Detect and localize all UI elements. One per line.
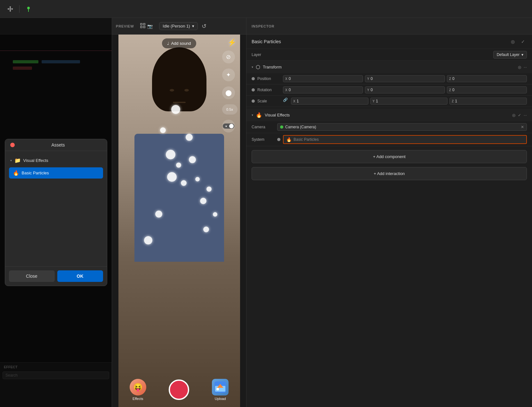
music-icon: ♩: [167, 41, 169, 46]
camera-dot-icon: [280, 125, 283, 129]
section-label: Visual Effects: [23, 158, 48, 163]
preview-bottom-controls: 😝 Effects: [118, 379, 240, 401]
system-name-value: Basic Particles: [294, 137, 319, 142]
object-check-button[interactable]: ✓: [519, 38, 527, 45]
position-row: Position X 0 Y 0 Z 0: [246, 73, 532, 84]
svg-rect-5: [143, 26, 145, 28]
visual-effects-component-header[interactable]: ▾ 🔥 Visual Effects ◎ ✓ ···: [246, 109, 532, 121]
ok-button[interactable]: OK: [57, 270, 103, 282]
modal-body: ▾ 📁 Visual Effects 🔥 Basic Particles: [5, 151, 107, 266]
camera-value-container: Camera (Camera) ✕: [277, 123, 527, 131]
rotation-y-value: 0: [371, 88, 373, 92]
node-icon[interactable]: [22, 3, 35, 15]
layer-label: Layer: [252, 52, 277, 57]
modal-close-dot[interactable]: [10, 143, 15, 147]
scale-label: Scale: [257, 99, 283, 103]
blob-control-button[interactable]: ⬤: [222, 86, 235, 99]
animation-selector-value: Idle (Person 1): [163, 24, 190, 28]
scale-y-field[interactable]: Y 1: [370, 98, 448, 105]
object-visibility-button[interactable]: ◎: [509, 38, 517, 45]
layer-chevron-icon: ▾: [521, 52, 523, 57]
svg-point-12: [216, 388, 219, 390]
section-chevron-icon: ▾: [10, 159, 12, 162]
position-z-field[interactable]: Z 0: [447, 75, 527, 82]
scale-row: Scale 🔗 X 1 Y 1 Z 1: [246, 96, 532, 107]
preview-refresh-button[interactable]: ↺: [202, 23, 206, 30]
visual-effects-chevron-icon: ▾: [252, 113, 253, 117]
camera-name-value: Camera (Camera): [285, 125, 519, 129]
assets-modal: Assets ▾ 📁 Visual Effects 🔥 Basic Partic…: [5, 139, 107, 286]
preview-top-controls: ♩ Add sound: [118, 38, 240, 48]
position-x-value: 0: [289, 76, 291, 81]
visual-effects-more-button[interactable]: ···: [524, 113, 527, 117]
toolbar-separator-1: [19, 5, 20, 13]
system-row: System 🔥 Basic Particles: [246, 133, 532, 146]
visual-effects-component-name: Visual Effects: [265, 113, 512, 117]
left-panel: EFFECT Assets ▾ 📁 Visual Effects 🔥: [0, 18, 112, 407]
rotation-row: Rotation X 0 Y 0 Z 0: [246, 84, 532, 96]
modal-footer: Close OK: [5, 266, 107, 286]
position-y-field[interactable]: Y 0: [365, 75, 445, 82]
transform-icon: ⬡: [256, 64, 260, 70]
position-x-field[interactable]: X 0: [283, 75, 363, 82]
position-dot-icon: [252, 77, 255, 80]
upload-button[interactable]: Upload: [212, 379, 229, 401]
layer-value: Default Layer: [497, 52, 520, 57]
effects-label: Effects: [133, 397, 143, 401]
rotation-inputs: X 0 Y 0 Z 0: [283, 86, 527, 93]
camera-remove-button[interactable]: ✕: [521, 125, 524, 129]
transform-component-header[interactable]: ▾ ⬡ Transform ◎ ···: [246, 61, 532, 73]
preview-camera-icon[interactable]: 📷: [147, 24, 153, 29]
visual-effects-visibility-button[interactable]: ◎: [512, 113, 515, 117]
move-tool-icon[interactable]: [4, 3, 17, 15]
particles-item-label: Basic Particles: [22, 171, 49, 175]
scale-dot-icon: [252, 100, 255, 103]
zoom-control-button[interactable]: 0.5x: [222, 104, 238, 115]
rotation-y-field[interactable]: Y 0: [365, 86, 445, 93]
wand-control-button[interactable]: ✦: [222, 68, 235, 81]
add-component-button[interactable]: + Add component: [252, 150, 527, 163]
preview-body: ♩ Add sound ⚡ ⊘ ✦ ⬤ 0.5x: [112, 35, 246, 407]
layer-dropdown[interactable]: Default Layer ▾: [493, 51, 527, 59]
position-z-axis-label: Z: [449, 77, 451, 81]
visual-effects-component-actions: ◎ ✓ ···: [512, 113, 527, 117]
inspector-object-name: Basic Particles: [252, 39, 506, 44]
visual-effects-section-header[interactable]: ▾ 📁 Visual Effects: [9, 155, 103, 166]
close-button[interactable]: Close: [9, 270, 55, 282]
scale-x-field[interactable]: X 1: [291, 98, 368, 105]
toggle-control-button[interactable]: ▾: [222, 120, 235, 132]
rotation-z-field[interactable]: Z 0: [447, 86, 527, 93]
top-toolbar: [0, 0, 532, 18]
camera-field[interactable]: Camera (Camera) ✕: [277, 123, 527, 131]
camera-label: Camera: [252, 125, 277, 129]
layer-value-container: Default Layer ▾: [277, 51, 527, 59]
preview-right-controls: ⊘ ✦ ⬤ 0.5x ▾: [222, 51, 238, 132]
transform-visibility-button[interactable]: ◎: [518, 65, 521, 69]
scale-z-field[interactable]: Z 1: [449, 98, 527, 105]
selector-chevron-icon: ▾: [192, 24, 194, 28]
visual-effects-check-button[interactable]: ✓: [518, 113, 521, 117]
basic-particles-item[interactable]: 🔥 Basic Particles: [9, 167, 103, 179]
preview-expand-icon[interactable]: [140, 23, 145, 29]
add-sound-button[interactable]: ♩ Add sound: [162, 38, 196, 48]
scale-z-axis-label: Z: [452, 100, 454, 103]
svg-rect-3: [143, 23, 145, 25]
modal-title: Assets: [15, 142, 102, 148]
system-value-container: 🔥 Basic Particles: [277, 135, 527, 144]
system-label: System: [252, 137, 277, 142]
rotation-y-axis-label: Y: [367, 88, 369, 92]
scale-y-value: 1: [376, 99, 378, 103]
record-button[interactable]: [169, 379, 189, 400]
animation-selector[interactable]: Idle (Person 1) ▾: [159, 22, 197, 30]
rotation-x-field[interactable]: X 0: [283, 86, 363, 93]
rotation-z-axis-label: Z: [449, 88, 451, 92]
timer-control-button[interactable]: ⊘: [222, 51, 235, 63]
scale-x-axis-label: X: [293, 100, 295, 103]
particles-icon: 🔥: [13, 170, 19, 176]
add-interaction-button[interactable]: + Add interaction: [252, 167, 527, 180]
inspector-label: INSPECTOR: [252, 24, 274, 28]
effects-button[interactable]: 😝 Effects: [130, 379, 146, 401]
system-field[interactable]: 🔥 Basic Particles: [283, 135, 527, 144]
transform-more-button[interactable]: ···: [524, 65, 527, 69]
camera-row: Camera Camera (Camera) ✕: [246, 121, 532, 133]
